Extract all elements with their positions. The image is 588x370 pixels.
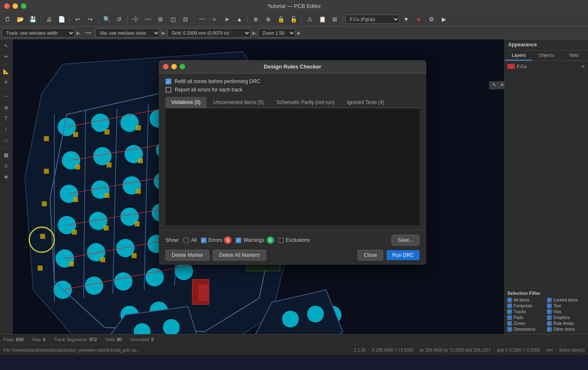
arc-button[interactable]: ▲ <box>234 13 245 25</box>
undo-button[interactable]: ↩ <box>72 13 84 25</box>
layer-select[interactable]: F.Cu (PgUp) <box>345 15 400 24</box>
tab-nets[interactable]: Nets <box>560 51 588 61</box>
close-button[interactable] <box>4 3 10 9</box>
close-button[interactable]: Close <box>358 250 383 261</box>
refill-zones-checkbox[interactable] <box>165 79 171 84</box>
filter-warnings[interactable]: Warnings 0 <box>236 236 274 244</box>
window-controls[interactable] <box>4 3 26 9</box>
unlock-button[interactable]: 🔓 <box>288 13 299 25</box>
sel-other-items[interactable]: Other items <box>547 327 585 332</box>
lock-button[interactable]: 🔒 <box>275 13 287 25</box>
sel-graphics-checkbox[interactable] <box>547 315 552 320</box>
add-text-tool[interactable]: T <box>1 114 11 124</box>
open-button[interactable]: 📂 <box>14 13 26 25</box>
delete-marker-button[interactable]: Delete Marker <box>165 250 209 261</box>
via-size-select[interactable]: Via: use netclass sizes <box>95 28 160 38</box>
sel-dimensions[interactable]: Dimensions <box>507 327 546 332</box>
draw-line-tool[interactable]: / <box>1 124 11 134</box>
route-diff-button[interactable]: ≈ <box>209 13 220 25</box>
grid-select[interactable]: Grid: 0.2000 mm (0.0079 in) <box>167 28 251 38</box>
delete-all-markers-button[interactable]: Delete All Markers <box>213 250 266 261</box>
sel-dimensions-checkbox[interactable] <box>507 327 512 332</box>
tab-schematic-parity[interactable]: Schematic Parity (not run) <box>270 97 340 108</box>
zoom-area-button[interactable]: ◫ <box>167 13 179 25</box>
sel-footprints-checkbox[interactable] <box>507 304 512 308</box>
zoom-in-button[interactable]: ➕ <box>130 13 141 25</box>
tab-unconnected[interactable]: Unconnected Items (5) <box>207 97 270 108</box>
sel-zones[interactable]: Zones <box>507 321 546 326</box>
errors-checkbox[interactable] <box>201 238 206 243</box>
print-button[interactable]: 🖨 <box>43 13 55 25</box>
zoom-select[interactable]: Zoom 1.50 <box>258 28 295 38</box>
pcb-canvas[interactable]: OLED ↖ ✕ Design Rules Checker <box>13 39 504 334</box>
sel-text[interactable]: Text <box>547 304 585 308</box>
zoom-fit-button[interactable]: ⊞ <box>155 13 166 25</box>
sel-all-items[interactable]: All items <box>507 298 546 302</box>
export-button[interactable]: 📄 <box>56 13 67 25</box>
track-width-select[interactable]: Track: use netclass width <box>2 28 75 38</box>
sel-tracks[interactable]: Tracks <box>507 309 546 314</box>
drc-close-button[interactable] <box>163 64 168 69</box>
drc-checkbox-row-1[interactable]: Refill all zones before performing DRC <box>165 79 420 84</box>
sel-pads[interactable]: Pads <box>507 315 546 320</box>
sel-vias[interactable]: Vias <box>547 309 585 314</box>
route-track-tool[interactable]: 〰 <box>1 92 11 102</box>
drc-maximize-button[interactable] <box>180 64 185 69</box>
tab-layers[interactable]: Layers <box>505 51 532 61</box>
more-button[interactable]: ▶ <box>438 13 450 25</box>
sel-all-items-checkbox[interactable] <box>507 298 512 302</box>
zoom-100-button[interactable]: ⊟ <box>180 13 191 25</box>
pad2-button[interactable]: ⊗ <box>262 13 274 25</box>
sel-pads-checkbox[interactable] <box>507 315 512 320</box>
warnings-checkbox[interactable] <box>236 238 241 243</box>
sel-tracks-checkbox[interactable] <box>507 309 512 314</box>
route-button[interactable]: 〰 <box>196 13 208 25</box>
tab-violations[interactable]: Violations (0) <box>165 97 206 108</box>
drc-window-controls[interactable] <box>163 64 185 69</box>
zoom-out-button[interactable]: ➖ <box>142 13 154 25</box>
sel-locked-items[interactable]: Locked items <box>547 298 585 302</box>
filter-errors[interactable]: Errors 5 <box>201 236 232 244</box>
compare-button[interactable]: ⊞ <box>329 13 341 25</box>
layer-dropdown-btn[interactable]: ▼ <box>400 13 412 25</box>
sel-footprints[interactable]: Footprints <box>507 304 546 308</box>
all-checkbox[interactable] <box>183 238 189 243</box>
sel-rule-areas[interactable]: Rule Areas <box>547 321 585 326</box>
tab-objects[interactable]: Objects <box>532 51 560 61</box>
sel-locked-checkbox[interactable] <box>547 298 552 302</box>
route-single-button[interactable]: ➤ <box>221 13 233 25</box>
save-button[interactable]: Save... <box>392 235 420 246</box>
sel-other-items-checkbox[interactable] <box>547 327 552 332</box>
drc-tool[interactable]: ⚠ <box>1 161 11 171</box>
edit-tool[interactable]: ✏ <box>1 52 11 62</box>
layer-item-fcu[interactable]: F.Cu 👁 <box>505 63 588 70</box>
sel-text-checkbox[interactable] <box>547 304 552 308</box>
drc-minimize-button[interactable] <box>171 64 177 69</box>
new-button[interactable]: 🗒 <box>2 13 13 25</box>
zone-tool[interactable]: ▦ <box>1 150 11 160</box>
run-drc-button[interactable]: Run DRC <box>387 250 420 260</box>
sel-graphics[interactable]: Graphics <box>547 315 585 320</box>
netlist-button[interactable]: 📋 <box>316 13 328 25</box>
board-setup-button[interactable]: ⚙ <box>425 13 437 25</box>
minimize-button[interactable] <box>13 3 18 9</box>
redo-button[interactable]: ↪ <box>84 13 96 25</box>
measure-tool[interactable]: 📐 <box>1 66 11 76</box>
tab-ignored-tests[interactable]: Ignored Tests (4) <box>341 97 390 108</box>
layer-eye-fcu[interactable]: 👁 <box>581 64 585 69</box>
exclusions-checkbox[interactable] <box>278 238 284 243</box>
maximize-button[interactable] <box>21 3 26 9</box>
draw-rect-tool[interactable]: □ <box>1 135 11 145</box>
layer-color-btn[interactable]: ■ <box>413 13 425 25</box>
grid-tool[interactable]: # <box>1 77 11 87</box>
sel-vias-checkbox[interactable] <box>547 309 552 314</box>
add-footprint-tool[interactable]: ⊕ <box>1 103 11 113</box>
sel-zones-checkbox[interactable] <box>507 321 512 326</box>
drc-checkbox-row-2[interactable]: Report all errors for each track <box>165 87 420 93</box>
pad-button[interactable]: ⊕ <box>250 13 262 25</box>
search-button[interactable]: 🔍 <box>101 13 112 25</box>
sel-rule-areas-checkbox[interactable] <box>547 321 552 326</box>
refresh-button[interactable]: ↺ <box>113 13 125 25</box>
select-tool[interactable]: ↖ <box>1 41 11 51</box>
drc-button[interactable]: ⚠ <box>304 13 316 25</box>
